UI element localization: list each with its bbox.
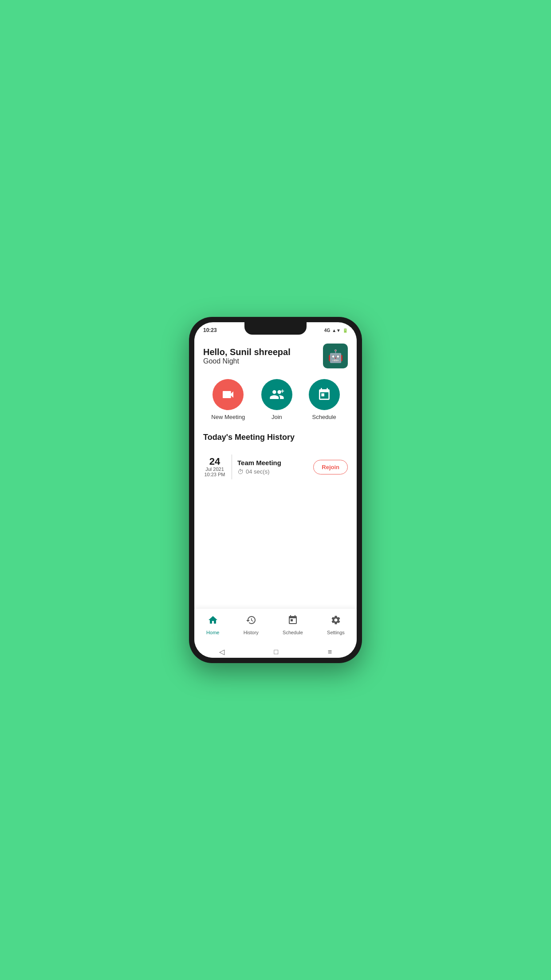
nav-home-label: Home (206, 630, 219, 635)
back-button[interactable]: ◁ (219, 648, 224, 656)
video-camera-icon (221, 387, 235, 402)
bottom-nav: Home History Schedule (194, 608, 357, 644)
greeting-name: Hello, Sunil shreepal (203, 347, 291, 357)
nav-history-label: History (244, 630, 259, 635)
rejoin-button[interactable]: Rejoin (313, 460, 348, 474)
meeting-name: Team Meeting (237, 459, 308, 466)
main-content: Hello, Sunil shreepal Good Night 🤖 New M… (194, 336, 357, 608)
avatar[interactable]: 🤖 (323, 344, 348, 368)
meeting-info: Team Meeting ⏱ 04 sec(s) (237, 459, 308, 475)
greeting-sub: Good Night (203, 357, 291, 365)
nav-schedule[interactable]: Schedule (277, 613, 308, 637)
join-button[interactable]: + Join (261, 379, 292, 420)
schedule-label: Schedule (312, 414, 336, 420)
nav-home[interactable]: Home (201, 613, 224, 637)
duration-text: 04 sec(s) (246, 468, 269, 475)
action-buttons-row: New Meeting + Join (203, 379, 348, 420)
recent-button[interactable]: ≡ (328, 648, 332, 656)
history-icon (246, 615, 256, 628)
new-meeting-button[interactable]: New Meeting (211, 379, 245, 420)
nav-schedule-label: Schedule (283, 630, 303, 635)
join-icon: + (269, 387, 284, 402)
meeting-duration: ⏱ 04 sec(s) (237, 468, 308, 475)
phone-screen: 10:23 4G ▲▼ 🔋 Hello, Sunil shreepal Good… (194, 322, 357, 658)
new-meeting-label: New Meeting (211, 414, 245, 420)
meeting-day: 24 (203, 457, 226, 466)
meeting-month: Jul 2021 (203, 466, 226, 472)
header-text: Hello, Sunil shreepal Good Night (203, 347, 291, 365)
schedule-button[interactable]: Schedule (309, 379, 340, 420)
schedule-icon-circle (309, 379, 340, 410)
nav-history[interactable]: History (238, 613, 264, 637)
join-icon-circle: + (261, 379, 292, 410)
phone-device: 10:23 4G ▲▼ 🔋 Hello, Sunil shreepal Good… (189, 317, 362, 663)
signal-icon: ▲▼ (332, 328, 341, 333)
connectivity-icon: 4G (324, 328, 330, 333)
system-nav: ◁ □ ≡ (194, 644, 357, 658)
duration-icon: ⏱ (237, 468, 244, 475)
meeting-time: 10:23 PM (203, 472, 226, 477)
notch (244, 322, 307, 335)
nav-settings[interactable]: Settings (322, 613, 350, 637)
meeting-date-block: 24 Jul 2021 10:23 PM (203, 457, 226, 477)
status-time: 10:23 (203, 327, 217, 333)
nav-settings-icon (331, 615, 341, 628)
calendar-icon (317, 387, 331, 402)
home-icon (208, 615, 218, 628)
vertical-divider (232, 454, 232, 479)
meeting-history-item: 24 Jul 2021 10:23 PM Team Meeting ⏱ 04 s… (203, 449, 348, 485)
nav-schedule-icon (287, 615, 298, 628)
home-button[interactable]: □ (274, 648, 278, 656)
section-title: Today's Meeting History (203, 433, 348, 442)
header-section: Hello, Sunil shreepal Good Night 🤖 (203, 344, 348, 368)
svg-text:+: + (280, 387, 284, 395)
nav-settings-label: Settings (327, 630, 345, 635)
avatar-emoji: 🤖 (328, 349, 343, 364)
battery-icon: 🔋 (342, 328, 348, 333)
join-label: Join (272, 414, 282, 420)
status-icons: 4G ▲▼ 🔋 (324, 328, 348, 333)
new-meeting-icon-circle (213, 379, 244, 410)
